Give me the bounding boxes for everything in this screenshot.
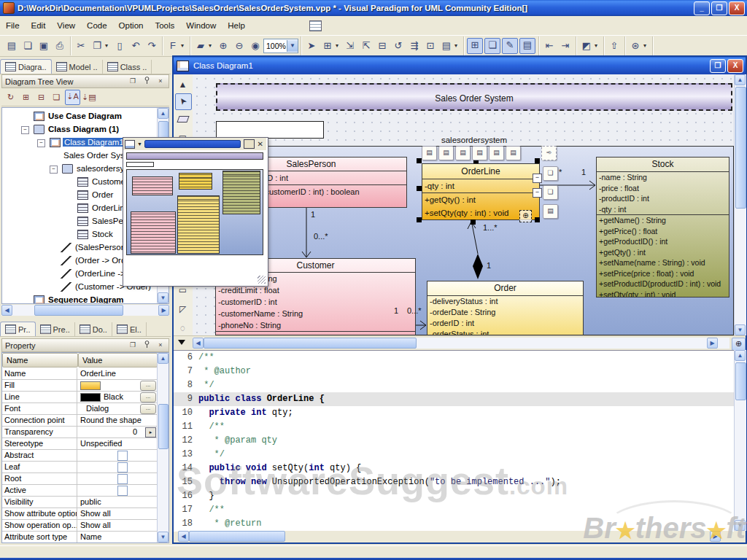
- property-value[interactable]: Unspecified: [77, 438, 158, 449]
- open-project-button[interactable]: ❏: [20, 39, 35, 53]
- collapse-all-button[interactable]: ⊟: [34, 90, 48, 104]
- scroll-up-icon[interactable]: ▲: [735, 74, 746, 85]
- property-value[interactable]: [77, 485, 158, 496]
- layout-horizontal-button[interactable]: ⇲: [343, 39, 357, 53]
- zoom-combo[interactable]: 100%▼: [263, 39, 298, 53]
- scroll-tools-down-icon[interactable]: [178, 340, 185, 345]
- minimize-button[interactable]: _: [694, 1, 710, 15]
- create-connector-resource-icon[interactable]: ➾: [541, 146, 557, 160]
- code-line[interactable]: 14 public void setQty(int qty) {: [174, 462, 734, 475]
- property-value[interactable]: ...: [77, 380, 158, 391]
- overview-folder-icon[interactable]: [244, 139, 255, 149]
- realization-resource-icon[interactable]: ▤: [506, 146, 521, 160]
- selection-handle[interactable]: [535, 217, 540, 222]
- layout-tree-button[interactable]: ⇶: [407, 39, 422, 53]
- property-row[interactable]: NameOrderLine: [2, 368, 158, 380]
- scroll-left-icon[interactable]: ◀: [193, 338, 204, 349]
- tab-el[interactable]: El..: [112, 322, 147, 336]
- pin-panel-icon[interactable]: [141, 340, 152, 351]
- selection-handle[interactable]: [417, 186, 422, 191]
- float-panel-icon[interactable]: ❐: [127, 76, 139, 87]
- font-dropdown[interactable]: ▾: [181, 39, 187, 53]
- property-value[interactable]: 0▸: [77, 427, 158, 438]
- active-checkbox[interactable]: [117, 486, 128, 496]
- overview-close-icon[interactable]: ✕: [258, 140, 263, 148]
- format-dropdown[interactable]: ▾: [209, 39, 215, 53]
- save-project-button[interactable]: ▣: [36, 39, 51, 53]
- redo-button[interactable]: ↷: [144, 39, 159, 53]
- collapse-expander-icon[interactable]: −: [37, 139, 45, 147]
- property-row[interactable]: Abstract: [2, 450, 158, 462]
- scrollbar-thumb[interactable]: [735, 362, 746, 400]
- zoom-dropdown-icon[interactable]: ▼: [287, 40, 298, 52]
- scroll-right-icon[interactable]: ▶: [710, 531, 721, 542]
- scrollbar-thumb[interactable]: [34, 305, 123, 316]
- scroll-up-icon[interactable]: ▲: [158, 108, 169, 119]
- plugin-dropdown[interactable]: ▾: [643, 39, 650, 53]
- plugin-button[interactable]: ⊛: [628, 39, 643, 53]
- refresh-button[interactable]: ↻: [4, 90, 18, 104]
- restore-button[interactable]: ❐: [711, 1, 727, 15]
- tab-diagra[interactable]: Diagra..: [0, 59, 52, 74]
- menu-tools[interactable]: Tools: [149, 19, 180, 32]
- sort-alphabetic-button[interactable]: ⇣A: [65, 90, 80, 105]
- code-line[interactable]: 13 */: [174, 448, 734, 462]
- property-value[interactable]: Round the shape: [77, 415, 158, 426]
- scroll-down-icon[interactable]: ▼: [735, 324, 746, 335]
- paste-button[interactable]: ▯: [112, 39, 127, 53]
- scroll-tools-up-icon[interactable]: ▲: [175, 77, 190, 93]
- freehand-tool[interactable]: ◌: [175, 321, 190, 336]
- composition-resource-icon[interactable]: ▤: [472, 146, 487, 160]
- selection-handle[interactable]: [535, 158, 540, 163]
- appearance-dropdown[interactable]: ▾: [595, 39, 601, 53]
- appearance-button[interactable]: ◩: [579, 39, 594, 53]
- float-panel-icon[interactable]: ❐: [127, 340, 139, 351]
- abstract-checkbox[interactable]: [117, 451, 128, 461]
- property-row[interactable]: Leaf: [2, 462, 158, 473]
- selection-handle[interactable]: [417, 158, 422, 163]
- layout-dropdown[interactable]: ▾: [336, 39, 342, 53]
- diagram-horizontal-scrollbar[interactable]: ◀ ▶: [193, 338, 729, 349]
- code-line[interactable]: 12 * @param qty: [174, 434, 734, 448]
- toggle-tree-view-button[interactable]: ⊞: [467, 38, 483, 54]
- cut-button[interactable]: ✂: [74, 39, 88, 53]
- code-line[interactable]: 17 /**: [174, 503, 734, 517]
- overview-dropdown-icon[interactable]: ▼: [137, 141, 142, 147]
- code-line[interactable]: 7 * @author: [174, 365, 734, 378]
- fill-ellipsis-button[interactable]: ...: [140, 381, 156, 391]
- note-resource-icon[interactable]: ▤: [543, 204, 558, 219]
- tab-pr[interactable]: Pr..: [0, 322, 36, 336]
- code-line[interactable]: 15 throw new UnsupportedOperationExcepti…: [174, 475, 734, 489]
- code-line[interactable]: 9public class OrderLine {: [174, 392, 734, 406]
- property-value[interactable]: public: [77, 497, 158, 508]
- menu-file[interactable]: File: [0, 19, 26, 32]
- next-diagram-button[interactable]: ⇥: [558, 39, 573, 53]
- tree-item[interactable]: −Class Diagram (1): [2, 123, 157, 136]
- layout-button[interactable]: ⊞: [320, 39, 335, 53]
- selection-handle[interactable]: [417, 217, 422, 222]
- code-line[interactable]: 10 private int qty;: [174, 406, 734, 420]
- toggle-doc-button[interactable]: ▤: [519, 38, 535, 54]
- scroll-up-icon[interactable]: ▲: [735, 350, 746, 361]
- menu-view[interactable]: View: [51, 19, 81, 32]
- property-row[interactable]: StereotypeUnspecified: [2, 438, 158, 450]
- menu-help[interactable]: Help: [222, 19, 251, 32]
- property-value[interactable]: [77, 473, 158, 484]
- pointer-tool[interactable]: ➤: [175, 93, 192, 110]
- menu-option[interactable]: Option: [113, 19, 150, 32]
- font-ellipsis-button[interactable]: ...: [140, 404, 156, 414]
- generalization-resource-icon[interactable]: ▤: [422, 146, 437, 160]
- menu-edit[interactable]: Edit: [26, 19, 52, 32]
- selection-handle[interactable]: [471, 219, 476, 225]
- collapse-expander-icon[interactable]: −: [21, 126, 29, 134]
- undo-button[interactable]: ↶: [128, 39, 143, 53]
- diagram-vertical-scrollbar[interactable]: ▲ ▼: [734, 74, 746, 335]
- code-line[interactable]: 16 }: [174, 489, 734, 503]
- property-row[interactable]: Connection pointRound the shape: [2, 415, 158, 427]
- scroll-right-icon[interactable]: ▶: [707, 338, 718, 349]
- layout-grid-button[interactable]: ⊡: [423, 39, 438, 53]
- fit-size-resource-icon[interactable]: ⊕: [519, 210, 532, 222]
- close-button[interactable]: X: [729, 1, 745, 15]
- property-row[interactable]: Show operation op...Show all: [2, 520, 158, 532]
- property-value[interactable]: Name: [77, 532, 158, 542]
